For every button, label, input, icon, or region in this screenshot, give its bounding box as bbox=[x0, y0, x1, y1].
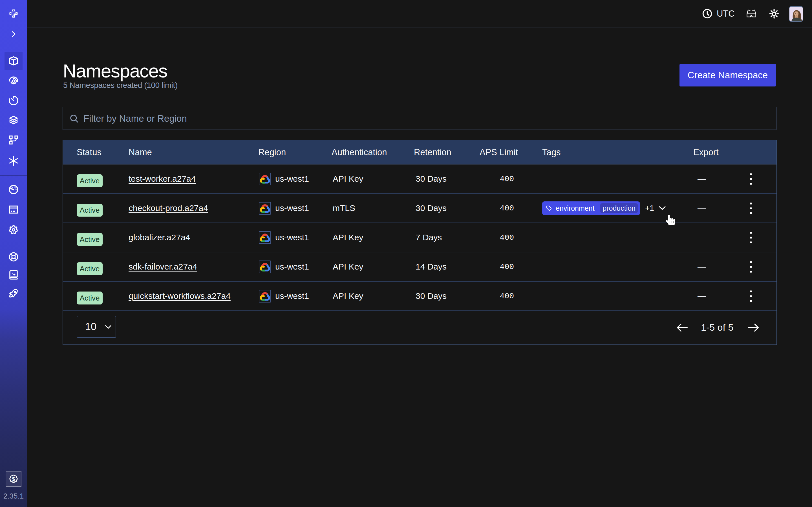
svg-text:$: $ bbox=[12, 476, 15, 482]
